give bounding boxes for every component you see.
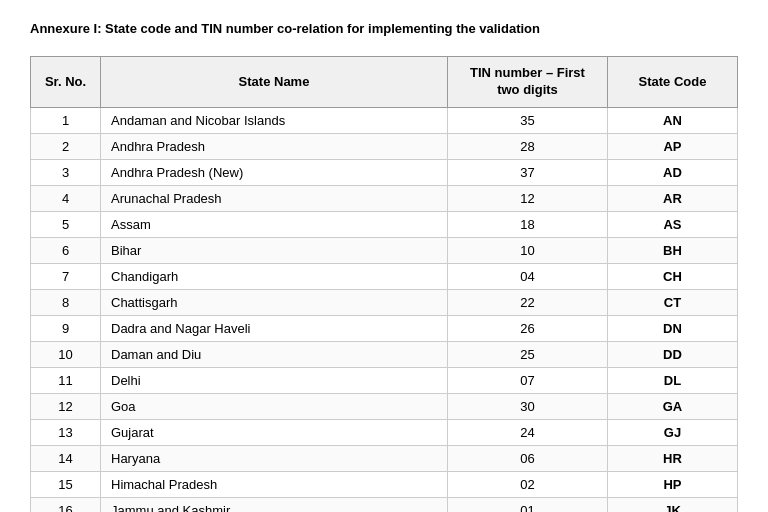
cell-tin: 30	[448, 393, 608, 419]
state-tin-table: Sr. No. State Name TIN number – First tw…	[30, 56, 738, 512]
cell-tin: 26	[448, 315, 608, 341]
table-row: 2Andhra Pradesh28AP	[31, 133, 738, 159]
cell-code: HR	[608, 445, 738, 471]
page-title: Annexure I: State code and TIN number co…	[30, 20, 738, 38]
cell-tin: 22	[448, 289, 608, 315]
cell-srno: 16	[31, 497, 101, 512]
cell-state: Bihar	[101, 237, 448, 263]
cell-tin: 04	[448, 263, 608, 289]
cell-state: Haryana	[101, 445, 448, 471]
table-row: 8Chattisgarh22CT	[31, 289, 738, 315]
cell-tin: 12	[448, 185, 608, 211]
cell-state: Dadra and Nagar Haveli	[101, 315, 448, 341]
cell-tin: 24	[448, 419, 608, 445]
cell-tin: 06	[448, 445, 608, 471]
table-row: 5Assam18AS	[31, 211, 738, 237]
header-code: State Code	[608, 57, 738, 108]
table-row: 14Haryana06HR	[31, 445, 738, 471]
cell-code: CT	[608, 289, 738, 315]
cell-srno: 5	[31, 211, 101, 237]
cell-srno: 6	[31, 237, 101, 263]
cell-srno: 2	[31, 133, 101, 159]
cell-srno: 8	[31, 289, 101, 315]
cell-code: AS	[608, 211, 738, 237]
cell-state: Himachal Pradesh	[101, 471, 448, 497]
table-row: 10Daman and Diu25DD	[31, 341, 738, 367]
table-row: 7Chandigarh04CH	[31, 263, 738, 289]
cell-tin: 02	[448, 471, 608, 497]
cell-code: JK	[608, 497, 738, 512]
table-row: 15Himachal Pradesh02HP	[31, 471, 738, 497]
cell-tin: 10	[448, 237, 608, 263]
table-row: 12Goa30GA	[31, 393, 738, 419]
cell-srno: 7	[31, 263, 101, 289]
table-row: 9Dadra and Nagar Haveli26DN	[31, 315, 738, 341]
cell-code: AR	[608, 185, 738, 211]
cell-srno: 3	[31, 159, 101, 185]
cell-code: BH	[608, 237, 738, 263]
cell-tin: 35	[448, 107, 608, 133]
cell-tin: 01	[448, 497, 608, 512]
cell-code: CH	[608, 263, 738, 289]
cell-code: AP	[608, 133, 738, 159]
table-row: 4Arunachal Pradesh12AR	[31, 185, 738, 211]
cell-state: Andhra Pradesh	[101, 133, 448, 159]
cell-code: DD	[608, 341, 738, 367]
table-row: 13Gujarat24GJ	[31, 419, 738, 445]
cell-state: Goa	[101, 393, 448, 419]
cell-code: GJ	[608, 419, 738, 445]
cell-state: Gujarat	[101, 419, 448, 445]
cell-state: Arunachal Pradesh	[101, 185, 448, 211]
cell-srno: 14	[31, 445, 101, 471]
table-row: 11Delhi07DL	[31, 367, 738, 393]
cell-srno: 12	[31, 393, 101, 419]
header-state: State Name	[101, 57, 448, 108]
cell-code: DN	[608, 315, 738, 341]
cell-state: Daman and Diu	[101, 341, 448, 367]
cell-srno: 15	[31, 471, 101, 497]
cell-srno: 1	[31, 107, 101, 133]
cell-state: Andhra Pradesh (New)	[101, 159, 448, 185]
cell-code: AD	[608, 159, 738, 185]
cell-tin: 07	[448, 367, 608, 393]
cell-state: Chandigarh	[101, 263, 448, 289]
cell-state: Assam	[101, 211, 448, 237]
table-row: 6Bihar10BH	[31, 237, 738, 263]
cell-state: Andaman and Nicobar Islands	[101, 107, 448, 133]
cell-tin: 18	[448, 211, 608, 237]
table-row: 1Andaman and Nicobar Islands35AN	[31, 107, 738, 133]
cell-srno: 10	[31, 341, 101, 367]
cell-tin: 37	[448, 159, 608, 185]
header-srno: Sr. No.	[31, 57, 101, 108]
cell-tin: 25	[448, 341, 608, 367]
header-tin: TIN number – First two digits	[448, 57, 608, 108]
cell-srno: 13	[31, 419, 101, 445]
cell-srno: 11	[31, 367, 101, 393]
cell-code: HP	[608, 471, 738, 497]
cell-code: GA	[608, 393, 738, 419]
table-row: 16Jammu and Kashmir01JK	[31, 497, 738, 512]
cell-state: Jammu and Kashmir	[101, 497, 448, 512]
cell-srno: 4	[31, 185, 101, 211]
cell-code: DL	[608, 367, 738, 393]
cell-code: AN	[608, 107, 738, 133]
cell-tin: 28	[448, 133, 608, 159]
table-row: 3Andhra Pradesh (New)37AD	[31, 159, 738, 185]
cell-state: Delhi	[101, 367, 448, 393]
cell-state: Chattisgarh	[101, 289, 448, 315]
cell-srno: 9	[31, 315, 101, 341]
